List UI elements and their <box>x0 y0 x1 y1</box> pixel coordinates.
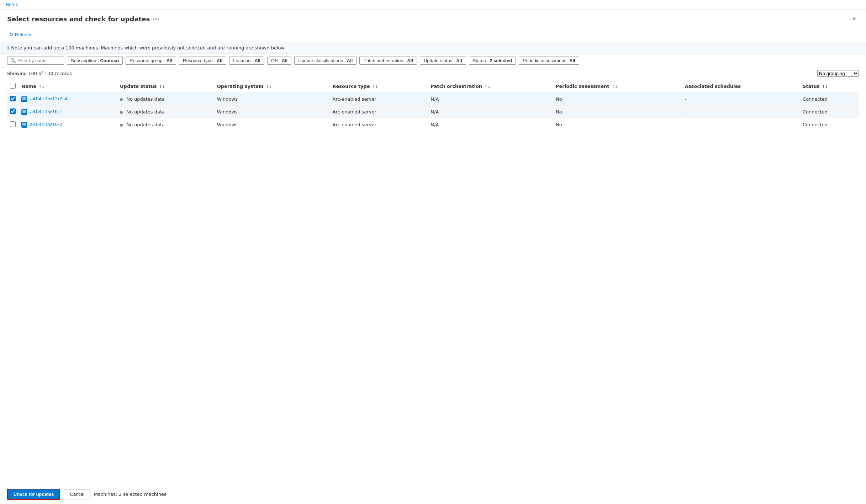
select-all-header <box>7 79 19 93</box>
dialog-overlay: Home Select resources and check for upda… <box>0 0 866 504</box>
select-all-checkbox[interactable] <box>10 83 16 89</box>
resource-type-filter[interactable]: Resource type : All <box>179 57 226 65</box>
results-count: Showing 100 of 130 records <box>7 71 72 76</box>
name-sort-icon: ↑↓ <box>39 85 45 89</box>
col-header-patch-orchestration[interactable]: Patch orchestration ↑↓ <box>428 79 553 93</box>
row-checkbox-cell <box>7 93 19 106</box>
col-header-resource-type[interactable]: Resource type ↑↓ <box>330 79 428 93</box>
row-name: a404-r1w16-2 <box>19 118 117 131</box>
table-header-row: Name ↑↓ Update status ↑↓ Operating syste… <box>7 79 859 93</box>
resources-table: Name ↑↓ Update status ↑↓ Operating syste… <box>7 79 859 131</box>
update-classifications-filter[interactable]: Update classifications : All <box>294 57 357 65</box>
resource-link[interactable]: a404-r1w16-1 <box>30 109 62 114</box>
check-for-updates-button[interactable]: Check for updates <box>7 489 60 500</box>
col-header-name[interactable]: Name ↑↓ <box>19 79 117 93</box>
periodic-assessment-filter-value: All <box>569 58 575 63</box>
location-filter-label: Location : <box>233 58 254 63</box>
row-update-status: No updates data <box>117 106 214 118</box>
resource-type-filter-label: Resource type : <box>183 58 217 63</box>
status-filter[interactable]: Status : 2 selected <box>469 57 516 65</box>
subscription-filter[interactable]: Subscription : Contoso <box>67 57 123 65</box>
home-link[interactable]: Home <box>6 2 18 7</box>
resource-group-filter[interactable]: Resource group : All <box>126 57 176 65</box>
refresh-label: Refresh <box>15 32 31 37</box>
periodic-assessment-filter-label: Periodic assessment : <box>523 58 569 63</box>
update-status-text: No updates data <box>126 122 165 127</box>
col-header-os[interactable]: Operating system ↑↓ <box>214 79 330 93</box>
resource-link[interactable]: a404-r1w12r2-4 <box>30 96 67 101</box>
location-filter[interactable]: Location : All <box>229 57 264 65</box>
row-checkbox[interactable] <box>10 108 16 114</box>
resource-link[interactable]: a404-r1w16-2 <box>30 122 62 127</box>
subscription-filter-value: Contoso <box>100 58 119 63</box>
row-status: Connected <box>800 118 859 131</box>
results-row: Showing 100 of 130 records No grouping R… <box>0 68 866 79</box>
update-classifications-filter-label: Update classifications : <box>298 58 347 63</box>
col-header-periodic-assessment[interactable]: Periodic assessment ↑↓ <box>553 79 682 93</box>
update-status-dot <box>120 124 123 127</box>
status-sort-icon: ↑↓ <box>822 85 828 89</box>
subscription-filter-label: Subscription : <box>71 58 100 63</box>
col-header-associated-schedules[interactable]: Associated schedules <box>682 79 800 93</box>
search-icon: 🔍 <box>10 58 16 63</box>
os-filter-label: OS : <box>271 58 282 63</box>
os-sort-icon: ↑↓ <box>266 85 272 89</box>
resource-type-sort-icon: ↑↓ <box>372 85 378 89</box>
close-button[interactable]: × <box>849 14 859 24</box>
update-classifications-filter-value: All <box>347 58 353 63</box>
table-row: a404-r1w16-2 No updates data Windows Arc… <box>7 118 859 131</box>
row-status: Connected <box>800 93 859 106</box>
resource-group-filter-label: Resource group : <box>130 58 166 63</box>
os-filter[interactable]: OS : All <box>267 57 291 65</box>
row-update-status: No updates data <box>117 93 214 106</box>
row-name: a404-r1w16-1 <box>19 106 117 118</box>
row-associated-schedules: - <box>682 106 800 118</box>
table-row: a404-r1w12r2-4 No updates data Windows A… <box>7 93 859 106</box>
row-associated-schedules: - <box>682 118 800 131</box>
row-update-status: No updates data <box>117 118 214 131</box>
dialog-title-ellipsis[interactable]: ··· <box>153 16 159 22</box>
grouping-wrapper: No grouping Resource group Location OS <box>817 70 859 77</box>
resource-group-filter-value: All <box>166 58 172 63</box>
row-checkbox[interactable] <box>10 96 16 101</box>
grouping-select[interactable]: No grouping Resource group Location OS <box>817 70 859 77</box>
row-periodic-assessment: No <box>553 118 682 131</box>
row-name: a404-r1w12r2-4 <box>19 93 117 106</box>
resource-icon <box>21 96 27 102</box>
update-status-filter-value: All <box>456 58 462 63</box>
table-container: Name ↑↓ Update status ↑↓ Operating syste… <box>0 79 866 484</box>
patch-orchestration-filter-value: All <box>407 58 413 63</box>
row-os: Windows <box>214 118 330 131</box>
update-status-sort-icon: ↑↓ <box>159 85 165 89</box>
patch-orchestration-filter-label: Patch orchestration : <box>363 58 407 63</box>
cancel-button[interactable]: Cancel <box>64 489 90 499</box>
col-header-status[interactable]: Status ↑↓ <box>800 79 859 93</box>
row-os: Windows <box>214 93 330 106</box>
row-resource-type: Arc-enabled server <box>330 93 428 106</box>
search-filter[interactable]: 🔍 <box>7 57 64 65</box>
info-icon: ℹ <box>7 45 9 51</box>
update-status-filter[interactable]: Update status : All <box>420 57 466 65</box>
status-filter-label: Status : <box>473 58 490 63</box>
info-bar: ℹ Note you can add upto 100 machines. Ma… <box>0 42 866 54</box>
resource-icon <box>21 122 27 128</box>
row-checkbox-cell <box>7 118 19 131</box>
dialog-title-text: Select resources and check for updates <box>7 15 150 23</box>
row-status: Connected <box>800 106 859 118</box>
update-status-dot <box>120 111 123 114</box>
update-status-text: No updates data <box>126 109 165 115</box>
refresh-button[interactable]: ↻ Refresh <box>7 30 33 39</box>
col-header-update-status[interactable]: Update status ↑↓ <box>117 79 214 93</box>
search-input[interactable] <box>17 58 60 63</box>
resource-icon <box>21 109 27 115</box>
update-status-text: No updates data <box>126 96 165 102</box>
periodic-assessment-filter[interactable]: Periodic assessment : All <box>519 57 579 65</box>
footer-row: Check for updates Cancel Machines: 2 sel… <box>0 484 866 504</box>
row-associated-schedules: - <box>682 93 800 106</box>
filters-row: 🔍 Subscription : Contoso Resource group … <box>0 54 866 68</box>
row-checkbox[interactable] <box>10 121 16 127</box>
info-message: Note you can add upto 100 machines. Mach… <box>11 45 286 51</box>
periodic-assessment-sort-icon: ↑↓ <box>612 85 618 89</box>
footer-machines-info: Machines: 2 selected machines <box>94 492 167 497</box>
patch-orchestration-filter[interactable]: Patch orchestration : All <box>359 57 417 65</box>
